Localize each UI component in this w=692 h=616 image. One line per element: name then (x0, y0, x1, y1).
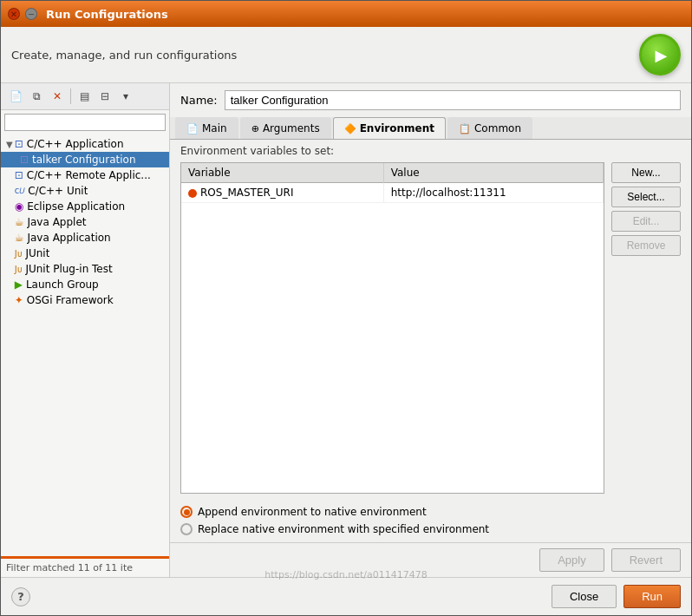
radio-append-label: Append environment to native environment (198, 506, 427, 518)
radio-append-circle (180, 506, 193, 518)
left-panel: 📄 ⧉ ✕ ▤ ⊟ ▾ ▼ ⊡ C/C++ Application (1, 83, 170, 577)
cpp-remote-icon: ⊡ (15, 169, 23, 181)
tree-label-java-app: Java Application (27, 232, 110, 244)
right-panel: Name: 📄 Main ⊕ Arguments 🔶 Environment (170, 83, 691, 577)
more-button[interactable]: ▾ (116, 87, 135, 106)
minimize-button[interactable]: − (25, 8, 37, 20)
tree-item-java-applet[interactable]: ▶ ☕ Java Applet (1, 214, 169, 230)
close-window-button[interactable]: ✕ (8, 8, 20, 20)
tab-main[interactable]: 📄 Main (175, 117, 238, 139)
tree-label-osgi: OSGi Framework (27, 294, 114, 306)
col-value: Value (383, 163, 603, 183)
tree-label-java-applet: Java Applet (27, 216, 86, 228)
filter-status: Filter matched 11 of 11 ite (6, 562, 133, 573)
launch-group-icon: ▶ (15, 279, 23, 291)
env-description: Environment variables to set: (170, 140, 691, 162)
tabs-bar: 📄 Main ⊕ Arguments 🔶 Environment 📋 Commo… (170, 117, 691, 140)
java-app-icon: ☕ (15, 232, 24, 244)
filter-bar: Filter matched 11 of 11 ite (1, 556, 169, 577)
tree-item-cpp-app[interactable]: ▼ ⊡ C/C++ Application (1, 136, 169, 152)
tree-label-launch-group: Launch Group (26, 279, 99, 291)
common-tab-icon: 📋 (459, 123, 471, 134)
table-row[interactable]: ROS_MASTER_URI http://localhost:11311 (181, 183, 604, 203)
tab-environment[interactable]: 🔶 Environment (333, 117, 446, 139)
help-button[interactable]: ? (11, 587, 30, 606)
env-row-icon (188, 189, 197, 198)
filter-button[interactable]: ▤ (75, 87, 94, 106)
main-content: 📄 ⧉ ✕ ▤ ⊟ ▾ ▼ ⊡ C/C++ Application (1, 83, 691, 577)
tree-container: ▼ ⊡ C/C++ Application ⊡ talker Configura… (1, 134, 169, 556)
tab-common-label: Common (474, 122, 521, 134)
env-main: Variable Value ROS_MASTER_URI http://loc… (170, 162, 691, 501)
env-var-name: ROS_MASTER_URI (181, 183, 383, 203)
config-action-bar: Apply Revert (170, 542, 691, 577)
arguments-tab-icon: ⊕ (251, 123, 259, 134)
tab-arguments[interactable]: ⊕ Arguments (240, 117, 331, 139)
junit-plugin-icon: Jᴜ (15, 265, 23, 274)
env-table-container: Variable Value ROS_MASTER_URI http://loc… (180, 162, 604, 494)
new-config-button[interactable]: 📄 (6, 87, 25, 106)
main-tab-icon: 📄 (186, 123, 199, 134)
duplicate-config-button[interactable]: ⧉ (27, 87, 46, 106)
toolbar-separator (70, 88, 71, 104)
close-button[interactable]: Close (552, 585, 617, 608)
revert-button[interactable]: Revert (611, 548, 681, 572)
edit-env-button[interactable]: Edit... (611, 211, 681, 232)
col-variable: Variable (181, 163, 383, 183)
tree-label-cpp-unit: C/C++ Unit (28, 185, 88, 197)
remove-env-button[interactable]: Remove (611, 235, 681, 256)
junit-icon: Jᴜ (15, 249, 23, 259)
delete-config-button[interactable]: ✕ (48, 87, 67, 106)
environment-tab-content: Environment variables to set: Variable V… (170, 140, 691, 542)
tab-main-label: Main (202, 122, 227, 134)
tab-arguments-label: Arguments (263, 122, 320, 134)
tree-label-cpp-remote: C/C++ Remote Applic... (27, 169, 151, 181)
radio-append[interactable]: Append environment to native environment (180, 506, 681, 518)
cpp-app-icon: ⊡ (15, 138, 23, 150)
name-row: Name: (170, 83, 691, 117)
tree-label-cpp-app: C/C++ Application (27, 138, 124, 150)
run-button[interactable]: Run (623, 585, 681, 608)
tree-item-launch-group[interactable]: ▶ ▶ Launch Group (1, 277, 169, 292)
tree-item-talker-config[interactable]: ⊡ talker Configuration (1, 152, 169, 167)
tab-common[interactable]: 📋 Common (447, 117, 532, 139)
tree-item-osgi[interactable]: ▶ ✦ OSGi Framework (1, 292, 169, 308)
tree-item-junit-plugin[interactable]: ▶ Jᴜ JUnit Plug-in Test (1, 261, 169, 277)
select-env-button[interactable]: Select... (611, 187, 681, 207)
left-toolbar: 📄 ⧉ ✕ ▤ ⊟ ▾ (1, 83, 169, 110)
header-bar: Create, manage, and run configurations (1, 27, 691, 83)
tree-item-java-app[interactable]: ▶ ☕ Java Application (1, 230, 169, 246)
tab-environment-label: Environment (360, 122, 434, 134)
name-label: Name: (180, 94, 218, 107)
tree-item-cpp-remote[interactable]: ▶ ⊡ C/C++ Remote Applic... (1, 167, 169, 183)
collapse-all-button[interactable]: ⊟ (95, 87, 114, 106)
tree-label-eclipse-app: Eclipse Application (27, 200, 125, 213)
radio-replace[interactable]: Replace native environment with specifie… (180, 523, 681, 535)
env-variables-table: Variable Value ROS_MASTER_URI http://loc… (181, 163, 604, 203)
search-input[interactable] (4, 114, 166, 131)
environment-tab-icon: 🔶 (344, 123, 356, 134)
bottom-right-buttons: Close Run (552, 585, 681, 608)
eclipse-app-icon: ◉ (15, 200, 23, 213)
tree-item-eclipse-app[interactable]: ▶ ◉ Eclipse Application (1, 199, 169, 214)
tree-label-junit-plugin: JUnit Plug-in Test (25, 263, 112, 275)
bottom-bar: ? Close Run (1, 577, 691, 615)
java-applet-icon: ☕ (15, 216, 24, 228)
osgi-icon: ✦ (15, 294, 23, 306)
radio-replace-circle (180, 523, 193, 535)
header-subtitle: Create, manage, and run configurations (11, 49, 237, 62)
tree-toggle-cpp-app[interactable]: ▼ (6, 140, 13, 149)
tree-item-cpp-unit[interactable]: ▶ ᴄ𝘜 C/C++ Unit (1, 183, 169, 199)
apply-button[interactable]: Apply (539, 548, 604, 572)
tree-item-junit[interactable]: ▶ Jᴜ JUnit (1, 246, 169, 261)
talker-config-icon: ⊡ (20, 154, 29, 166)
radio-replace-label: Replace native environment with specifie… (198, 523, 489, 535)
run-circle-button[interactable] (639, 34, 681, 75)
title-bar: ✕ − Run Configurations (1, 1, 691, 27)
new-env-button[interactable]: New... (611, 162, 681, 183)
name-input[interactable] (225, 90, 681, 110)
env-side-buttons: New... Select... Edit... Remove (611, 162, 681, 494)
tree-label-junit: JUnit (25, 247, 49, 259)
env-bottom: Append environment to native environment… (170, 501, 691, 542)
env-var-value: http://localhost:11311 (383, 183, 603, 203)
